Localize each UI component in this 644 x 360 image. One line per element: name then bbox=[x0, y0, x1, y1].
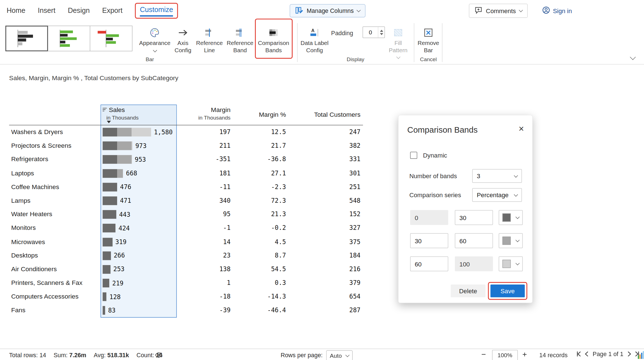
style-preset-1[interactable] bbox=[5, 26, 48, 51]
band-from-input[interactable]: 60 bbox=[410, 256, 448, 271]
remove-bar-label: Remove Bar bbox=[416, 40, 441, 54]
menu-item-label: Export bbox=[102, 7, 122, 15]
column-menu-icon[interactable] bbox=[102, 106, 107, 114]
color-swatch bbox=[503, 237, 511, 245]
bar-segment bbox=[103, 169, 117, 178]
close-icon[interactable]: × bbox=[519, 125, 524, 134]
dynamic-checkbox[interactable] bbox=[410, 152, 417, 159]
pagination: Page 1 of 1 bbox=[575, 351, 641, 357]
first-page-button[interactable] bbox=[575, 351, 582, 357]
style-preset-3[interactable] bbox=[90, 26, 132, 51]
table-row: Water Heaters4439521.3152 bbox=[9, 208, 363, 221]
comments-button[interactable]: Comments bbox=[469, 4, 528, 18]
status-stat: Total rows: 14 bbox=[9, 352, 46, 359]
comparison-bands-button[interactable]: Comparison Bands bbox=[256, 26, 291, 54]
app-window: HomeInsertDesignExportCustomize Manage C… bbox=[0, 0, 644, 360]
column-header-sales[interactable]: Sales bbox=[102, 106, 125, 114]
column-header-margin[interactable]: Margin in Thousands bbox=[164, 106, 231, 121]
menu-item-design[interactable]: Design bbox=[68, 7, 90, 15]
data-label-config-button[interactable]: A Data Label Config bbox=[299, 26, 330, 54]
margin-pct-value: -36.8 bbox=[236, 156, 286, 163]
next-page-button[interactable] bbox=[626, 351, 633, 357]
reference-line-icon bbox=[204, 26, 215, 38]
sales-bar[interactable]: 83 bbox=[103, 306, 115, 315]
menu-item-export[interactable]: Export bbox=[102, 7, 122, 15]
delete-button[interactable]: Delete bbox=[451, 285, 485, 297]
margin-pct-value: 21.3 bbox=[236, 211, 286, 218]
sales-bar[interactable]: 128 bbox=[103, 292, 121, 301]
reference-band-button[interactable]: Reference Band bbox=[225, 26, 255, 54]
sales-value: 424 bbox=[119, 225, 130, 232]
eye-off-icon[interactable] bbox=[155, 351, 163, 360]
menu-item-customize[interactable]: Customize bbox=[135, 3, 178, 18]
sales-bar[interactable]: 953 bbox=[103, 155, 146, 164]
zoom-level-input[interactable]: 100% bbox=[492, 350, 518, 360]
sales-bar[interactable]: 1,580 bbox=[103, 128, 172, 137]
spinner-arrows[interactable] bbox=[378, 27, 385, 37]
menu-item-home[interactable]: Home bbox=[7, 7, 25, 15]
column-header-total-customers[interactable]: Total Customers bbox=[294, 111, 361, 118]
comments-label: Comments bbox=[486, 7, 516, 14]
records-count: 14 records bbox=[539, 352, 567, 359]
previous-page-button[interactable] bbox=[584, 351, 590, 357]
margin-value: -39 bbox=[189, 307, 231, 314]
menu-item-insert[interactable]: Insert bbox=[38, 7, 55, 15]
appearance-button[interactable]: Appearance bbox=[138, 26, 172, 52]
collapse-ribbon-icon[interactable] bbox=[630, 54, 636, 60]
zoom-out-button[interactable]: − bbox=[481, 350, 486, 359]
rows-per-page-select[interactable]: Auto bbox=[326, 350, 353, 360]
sales-bar[interactable]: 424 bbox=[103, 224, 130, 233]
spinner-up-icon[interactable] bbox=[380, 30, 383, 32]
band-from-input[interactable]: 0 bbox=[410, 210, 448, 225]
band-from-input[interactable]: 30 bbox=[410, 233, 448, 248]
fill-pattern-button[interactable]: Fill Pattern bbox=[385, 26, 411, 58]
column-header-margin-pct[interactable]: Margin % bbox=[236, 111, 286, 118]
sales-bar[interactable]: 668 bbox=[103, 169, 137, 178]
style-preset-2[interactable] bbox=[48, 26, 90, 51]
appearance-label: Appearance bbox=[139, 40, 171, 47]
reference-line-button[interactable]: Reference Line bbox=[195, 26, 224, 54]
row-category: Printers, Scanners & Fax bbox=[11, 279, 82, 287]
band-color-picker[interactable] bbox=[499, 210, 523, 225]
manage-columns-button[interactable]: Manage Columns bbox=[290, 4, 365, 17]
band-color-picker[interactable] bbox=[499, 233, 523, 248]
band-color-picker[interactable] bbox=[499, 256, 523, 271]
fill-pattern-icon bbox=[393, 26, 403, 38]
spinner-down-icon[interactable] bbox=[380, 33, 383, 35]
sales-bar[interactable]: 443 bbox=[103, 210, 130, 219]
menu-item-label: Design bbox=[68, 7, 90, 15]
sales-bar[interactable]: 973 bbox=[103, 142, 146, 150]
sales-bar[interactable]: 471 bbox=[103, 196, 131, 205]
margin-pct-value: -2.3 bbox=[236, 183, 286, 191]
sales-bar[interactable]: 476 bbox=[103, 183, 131, 191]
column-dropdown-caret-icon[interactable] bbox=[107, 121, 111, 123]
bar-segment bbox=[132, 128, 151, 137]
axis-config-button[interactable]: Axis Config bbox=[172, 26, 194, 54]
band-to-input[interactable]: 60 bbox=[455, 233, 493, 248]
sales-bar[interactable]: 219 bbox=[103, 279, 123, 287]
customers-value: 247 bbox=[294, 128, 361, 136]
sales-bar[interactable]: 266 bbox=[103, 251, 125, 260]
number-of-bands-select[interactable]: 3 bbox=[472, 169, 522, 183]
sales-bar[interactable]: 253 bbox=[103, 265, 124, 274]
margin-pct-value: -46.4 bbox=[236, 307, 286, 314]
row-category: Lamps bbox=[11, 197, 30, 204]
bar-segment bbox=[103, 238, 112, 246]
band-row: 030 bbox=[399, 210, 532, 233]
data-label-config-label: Data Label Config bbox=[299, 40, 330, 54]
row-category: Monitors bbox=[11, 224, 36, 232]
margin-value: 138 bbox=[189, 265, 231, 273]
band-to-input[interactable]: 30 bbox=[455, 210, 493, 225]
zoom-in-button[interactable]: + bbox=[522, 350, 527, 359]
row-category: Projectors & Screens bbox=[11, 142, 72, 149]
remove-bar-icon bbox=[423, 26, 434, 38]
save-button[interactable]: Save bbox=[491, 285, 525, 297]
sign-in-button[interactable]: Sign in bbox=[538, 4, 576, 18]
comparison-series-select[interactable]: Percentage bbox=[472, 188, 522, 202]
band-to-input[interactable]: 100 bbox=[455, 256, 493, 271]
comparison-series-value: Percentage bbox=[477, 192, 509, 199]
remove-bar-button[interactable]: Remove Bar bbox=[416, 26, 441, 54]
sales-bar[interactable]: 319 bbox=[103, 238, 126, 246]
comparison-series-label: Comparison series bbox=[409, 192, 461, 199]
padding-input[interactable]: 0 bbox=[363, 27, 385, 38]
